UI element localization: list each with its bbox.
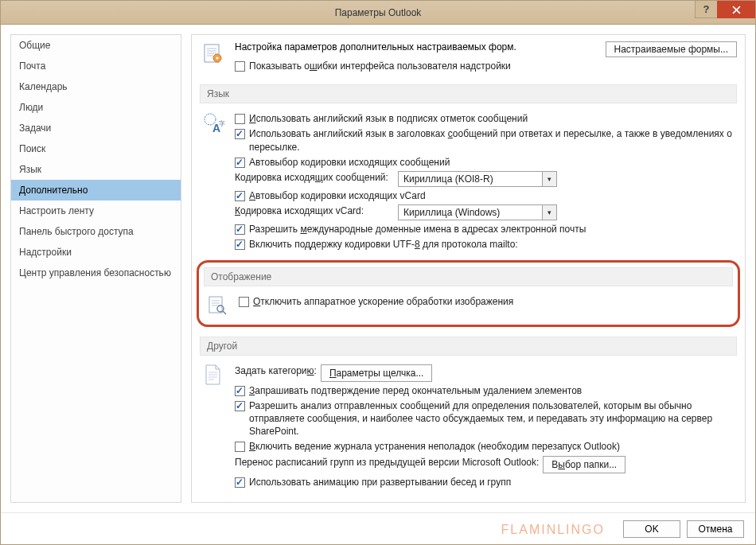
sidebar-item-addins[interactable]: Надстройки: [11, 242, 181, 263]
confirm-delete-label: Запрашивать подтверждение перед окончате…: [249, 384, 582, 397]
animate-expand-checkbox[interactable]: [235, 477, 245, 488]
cancel-button[interactable]: Отмена: [687, 520, 744, 538]
english-headers-checkbox[interactable]: [235, 129, 245, 139]
help-button[interactable]: ?: [695, 1, 717, 18]
sidebar-item-language[interactable]: Язык: [11, 159, 181, 180]
utf8-mailto-label: Включить поддержку кодировки UTF-8 для п…: [249, 238, 518, 251]
vcard-encoding-select[interactable]: Кириллица (Windows) ▾: [398, 204, 557, 220]
vcard-encoding-label: Кодировка исходящих vCard:: [235, 204, 394, 217]
sidebar-item-calendar[interactable]: Календарь: [11, 76, 181, 97]
sidebar-item-qat[interactable]: Панель быстрого доступа: [11, 221, 181, 242]
autoselect-vcard-checkbox[interactable]: [235, 191, 245, 201]
titlebar: Параметры Outlook ?: [1, 1, 755, 25]
idn-checkbox[interactable]: [235, 224, 245, 235]
sidebar-item-people[interactable]: Люди: [11, 97, 181, 118]
content-panel: Настройка параметров дополнительных наст…: [191, 34, 746, 503]
autoselect-outgoing-checkbox[interactable]: [235, 158, 245, 168]
sidebar-item-search[interactable]: Поиск: [11, 138, 181, 159]
utf8-mailto-checkbox[interactable]: [235, 239, 245, 250]
group-header-display: Отображение: [204, 267, 733, 286]
disable-hw-accel-label: Отключить аппаратное ускорение обработки…: [253, 295, 513, 308]
set-category-label: Задать категорию:: [235, 364, 317, 377]
options-dialog: Параметры Outlook ? Общие Почта Календар…: [0, 0, 756, 545]
chevron-down-icon: ▾: [542, 205, 556, 220]
sidebar-item-customize-ribbon[interactable]: Настроить ленту: [11, 200, 181, 221]
click-options-button[interactable]: Параметры щелчка...: [321, 364, 433, 382]
sidebar-item-trust-center[interactable]: Центр управления безопасностью: [11, 263, 181, 283]
window-title: Параметры Outlook: [1, 7, 755, 18]
form-settings-icon: [202, 43, 224, 65]
sidebar-item-mail[interactable]: Почта: [11, 56, 181, 76]
analyze-sent-label: Разрешить анализ отправленных сообщений …: [249, 399, 737, 438]
sidebar-item-advanced[interactable]: Дополнительно: [11, 180, 181, 200]
chevron-down-icon: ▾: [542, 172, 556, 186]
document-magnifier-icon: [206, 294, 228, 317]
english-flags-checkbox[interactable]: [235, 114, 245, 124]
animate-expand-label: Использовать анимацию при развертывании …: [249, 476, 511, 489]
autoselect-outgoing-label: Автовыбор кодировки исходящих сообщений: [249, 156, 450, 169]
confirm-delete-checkbox[interactable]: [235, 386, 245, 396]
svg-line-15: [223, 311, 226, 314]
custom-forms-button[interactable]: Настраиваемые формы...: [606, 41, 737, 57]
outgoing-encoding-label: Кодировка исходящих сообщений:: [235, 171, 394, 184]
sidebar-item-general[interactable]: Общие: [11, 35, 181, 56]
ok-button[interactable]: OK: [623, 520, 680, 538]
vcard-encoding-value: Кириллица (Windows): [399, 206, 542, 219]
svg-point-6: [216, 57, 219, 60]
globe-language-icon: A 字: [201, 111, 225, 135]
dialog-footer: FLAMINLINGO OK Отмена: [1, 512, 755, 544]
watermark: FLAMINLINGO: [501, 523, 605, 537]
group-header-language: Язык: [200, 84, 737, 103]
sidebar-item-tasks[interactable]: Задачи: [11, 118, 181, 138]
idn-label: Разрешить международные доменные имена в…: [249, 223, 586, 236]
document-icon: [203, 364, 224, 387]
select-folder-button[interactable]: Выбор папки...: [543, 456, 625, 473]
migrate-schedules-label: Перенос расписаний групп из предыдущей в…: [235, 456, 539, 469]
svg-text:字: 字: [219, 120, 225, 127]
category-sidebar: Общие Почта Календарь Люди Задачи Поиск …: [10, 34, 181, 503]
show-ui-errors-checkbox[interactable]: [235, 61, 245, 72]
enable-logging-checkbox[interactable]: [235, 442, 245, 452]
group-header-other: Другой: [200, 337, 737, 356]
custom-forms-desc: Настройка параметров дополнительных наст…: [235, 41, 606, 53]
enable-logging-label: Включить ведение журнала устранения непо…: [249, 440, 620, 453]
close-button[interactable]: [717, 1, 755, 18]
outgoing-encoding-value: Кириллица (KOI8-R): [399, 173, 542, 185]
outgoing-encoding-select[interactable]: Кириллица (KOI8-R) ▾: [398, 171, 557, 187]
analyze-sent-checkbox[interactable]: [235, 401, 245, 411]
close-icon: [732, 6, 741, 14]
display-group-highlight: Отображение Отк: [197, 260, 740, 327]
autoselect-vcard-label: Автовыбор кодировки исходящих vCard: [249, 189, 426, 202]
english-headers-label: Использовать английский язык в заголовка…: [249, 127, 737, 153]
english-flags-label: Использовать английский язык в подписях …: [249, 112, 528, 125]
svg-rect-10: [209, 297, 222, 313]
disable-hw-accel-checkbox[interactable]: [239, 297, 249, 307]
show-ui-errors-label: Показывать ошибки интерфейса пользовател…: [249, 60, 511, 72]
